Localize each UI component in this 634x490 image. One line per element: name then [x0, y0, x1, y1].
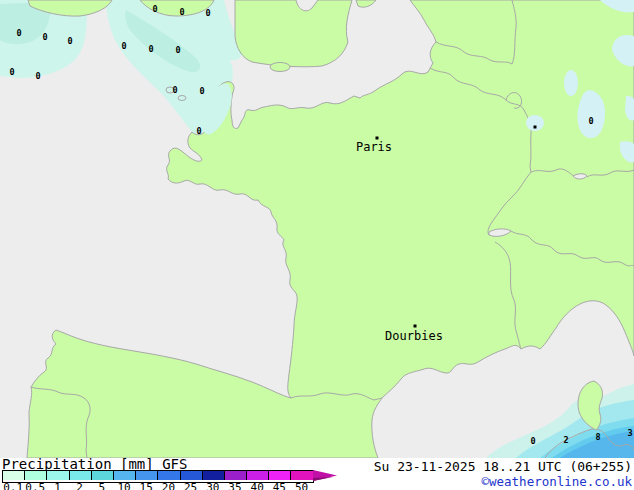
scale-segment	[291, 471, 312, 480]
station-value: 0	[121, 41, 126, 51]
scale-segment	[114, 471, 136, 480]
scale-segment	[25, 471, 47, 480]
station-value: 0	[42, 32, 47, 42]
station-value: 8	[595, 432, 600, 442]
channel-island-2	[178, 96, 186, 101]
station-value: 0	[175, 45, 180, 55]
scale-tick-label: 25	[180, 481, 202, 490]
station-value: 0	[196, 126, 201, 136]
scale-segment	[181, 471, 203, 480]
isle-of-wight	[270, 63, 290, 72]
station-value: 2	[563, 435, 568, 445]
scale-tick-label: 30	[202, 481, 224, 490]
station-dot	[534, 126, 537, 129]
legend-footer: Precipitation [mm] GFS 0.10.512510152025…	[0, 458, 634, 490]
scale-tick-label: 35	[224, 481, 246, 490]
scale-segment	[158, 471, 180, 480]
scale-ticks: 0.10.5125101520253035404550	[2, 481, 314, 490]
scale-segment	[92, 471, 114, 480]
copyright-text: ©weatheronline.co.uk	[481, 474, 632, 489]
station-value: 0	[35, 71, 40, 81]
station-value: 0	[152, 4, 157, 14]
weather-map-page: 0000000000000000283 ParisDourbies Precip…	[0, 0, 634, 490]
city-label: Dourbies	[385, 329, 443, 343]
scale-segment	[225, 471, 247, 480]
city-label: Paris	[356, 140, 392, 154]
scale-tick-label: 0.5	[24, 481, 46, 490]
scale-tick-label: 20	[157, 481, 179, 490]
station-value: 3	[627, 428, 632, 438]
station-value: 0	[16, 28, 21, 38]
station-value: 0	[172, 85, 177, 95]
scale-tick-label: 5	[91, 481, 113, 490]
station-value: 0	[148, 44, 153, 54]
scale-segment	[247, 471, 269, 480]
scale-tick-label: 2	[69, 481, 91, 490]
scale-segment	[3, 471, 25, 480]
forecast-datetime: Su 23-11-2025 18..21 UTC (06+255)	[374, 459, 632, 474]
station-value: 0	[530, 436, 535, 446]
scale-tick-label: 40	[246, 481, 268, 490]
scale-segment	[269, 471, 291, 480]
scale-segment	[203, 471, 225, 480]
scale-tick-label: 50	[290, 481, 312, 490]
scale-arrow-icon	[313, 469, 339, 483]
scale-segment	[136, 471, 158, 480]
scale-tick-label: 0.1	[2, 481, 24, 490]
station-value: 0	[205, 8, 210, 18]
station-value: 0	[588, 116, 593, 126]
station-value: 0	[199, 86, 204, 96]
scale-tick-label: 45	[268, 481, 290, 490]
station-value: 0	[67, 36, 72, 46]
england-southeast-land	[235, 0, 352, 67]
precipitation-map: 0000000000000000283 ParisDourbies	[0, 0, 634, 458]
scale-tick-label: 15	[135, 481, 157, 490]
station-value: 0	[9, 67, 14, 77]
city-dot	[414, 325, 417, 328]
station-value: 0	[179, 7, 184, 17]
scale-segment	[47, 471, 69, 480]
map-svg: 0000000000000000283 ParisDourbies	[0, 0, 634, 458]
scale-tick-label: 10	[113, 481, 135, 490]
scale-tick-label: 1	[46, 481, 68, 490]
scale-segment	[70, 471, 92, 480]
